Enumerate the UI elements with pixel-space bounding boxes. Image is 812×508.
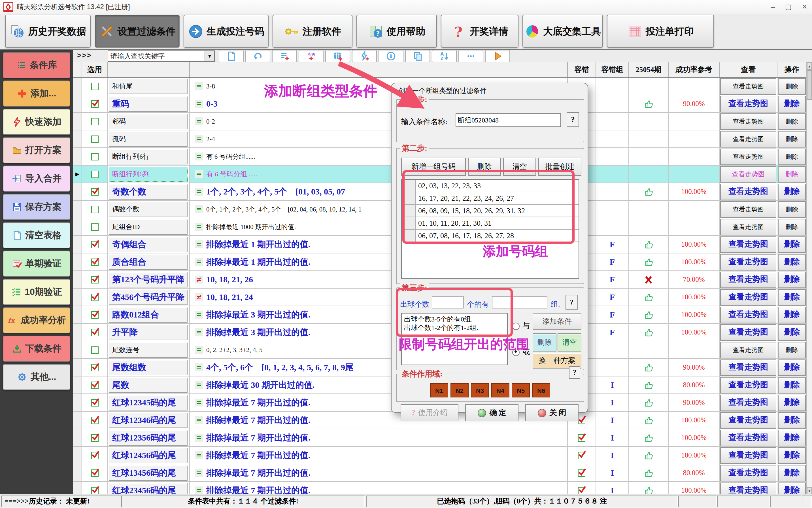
sidebar-item-10[interactable]: fx成功率分析 — [3, 307, 70, 333]
delete-button[interactable]: 删除 — [778, 183, 806, 200]
delete-button[interactable]: 删除 — [778, 271, 806, 288]
layers-icon[interactable] — [405, 50, 430, 62]
toolbar-button-5[interactable]: ?使用帮助 — [356, 15, 437, 48]
radio-or-circle-icon[interactable] — [512, 348, 520, 356]
search-input[interactable] — [108, 51, 205, 61]
view-trend-button[interactable]: 查看走势图 — [720, 342, 776, 358]
formula-cell[interactable]: = 排除掉最近 7 期开出过的值. — [190, 482, 568, 495]
number-groups-list[interactable]: 02, 03, 13, 22, 23, 3316, 17, 20, 21, 22… — [401, 179, 579, 279]
use-checkbox-cell[interactable] — [82, 341, 108, 359]
combo-dropdown-icon[interactable]: ▼ — [205, 51, 214, 61]
use-checkbox-cell[interactable] — [82, 447, 108, 464]
tolerance-checkbox[interactable] — [578, 416, 585, 424]
tolerance-checkbox[interactable] — [578, 452, 585, 459]
number-group-row[interactable]: 01, 10, 11, 20, 21, 30, 31 — [402, 217, 579, 229]
tolerance-checkbox[interactable] — [578, 487, 585, 494]
delete-button[interactable]: 删除 — [778, 465, 806, 481]
scroll-up-icon[interactable]: ▲ — [807, 62, 812, 70]
use-checkbox-cell[interactable] — [82, 78, 108, 95]
row-marker[interactable] — [73, 306, 82, 324]
vertical-scrollbar[interactable]: ▲ ▼ — [806, 62, 812, 495]
view-trend-button[interactable]: 查看走势图 — [720, 465, 776, 481]
sidebar-item-6[interactable]: 保存方案 — [3, 194, 70, 220]
delete-button[interactable]: 删除 — [778, 201, 806, 217]
more-icon[interactable] — [458, 50, 483, 62]
close-button[interactable]: ✕ — [802, 3, 808, 11]
radio-and-circle-icon[interactable] — [512, 322, 520, 330]
close-dialog-button[interactable]: 关 闭 — [525, 404, 579, 421]
view-trend-button[interactable]: 查看走势图 — [720, 254, 776, 270]
delete-button[interactable]: 删除 — [778, 113, 806, 130]
scope-button-n2[interactable]: N2 — [450, 383, 468, 397]
sidebar-item-4[interactable]: 打开方案 — [3, 137, 70, 163]
use-checkbox-cell[interactable] — [82, 324, 108, 341]
view-trend-button[interactable]: 查看走势图 — [720, 377, 776, 393]
condition-name-cell[interactable]: 红球12456码的尾 — [108, 447, 190, 464]
add-list-icon[interactable] — [272, 50, 297, 62]
add-number-group-button[interactable]: 新增一组号码 — [401, 158, 466, 176]
view-trend-button[interactable]: 查看走势图 — [720, 429, 776, 446]
condition-name-cell[interactable]: 奇数个数 — [108, 183, 190, 201]
use-checkbox[interactable] — [91, 487, 98, 494]
condition-name-cell[interactable]: 断组行列6行 — [108, 148, 190, 166]
delete-button[interactable]: 删除 — [778, 289, 806, 305]
view-trend-button[interactable]: 查看走势图 — [720, 412, 776, 428]
view-trend-button[interactable]: 查看走势图 — [720, 113, 776, 130]
use-checkbox-cell[interactable] — [82, 376, 108, 394]
view-trend-button[interactable]: 查看走势图 — [720, 447, 776, 464]
add-condition-button[interactable]: 添加条件 — [533, 313, 581, 330]
delete-button[interactable]: 删除 — [778, 306, 806, 323]
row-marker[interactable] — [73, 78, 82, 95]
condition-name-cell[interactable]: 红球12345码的尾 — [108, 394, 190, 412]
condition-name-cell[interactable]: 尾数组数 — [108, 359, 190, 376]
tolerance-checkbox[interactable] — [578, 434, 585, 441]
condition-name-cell[interactable]: 奇偶组合 — [108, 236, 190, 253]
delete-button[interactable]: 删除 — [778, 166, 806, 182]
delete-button[interactable]: 删除 — [778, 447, 806, 464]
maximize-button[interactable]: ▢ — [785, 3, 792, 11]
condition-name-cell[interactable]: 尾数连号 — [108, 341, 190, 359]
delete-button[interactable]: 删除 — [778, 324, 806, 340]
scope-button-n6[interactable]: N6 — [532, 383, 550, 397]
use-checkbox[interactable] — [91, 434, 98, 441]
use-checkbox[interactable] — [91, 118, 98, 125]
radio-and[interactable]: 与 — [512, 321, 530, 331]
use-checkbox-cell[interactable] — [82, 183, 108, 201]
scroll-down-icon[interactable]: ▼ — [807, 487, 812, 495]
condition-name-cell[interactable]: 红球12346码的尾 — [108, 412, 190, 429]
row-marker[interactable] — [73, 148, 82, 166]
row-marker[interactable] — [73, 341, 82, 359]
view-trend-button[interactable]: 查看走势图 — [720, 359, 776, 376]
number-group-row[interactable]: 06, 08, 09, 15, 18, 20, 26, 29, 31, 32 — [402, 205, 579, 217]
sidebar-item-12[interactable]: 其他... — [3, 364, 70, 390]
view-trend-button[interactable]: 查看走势图 — [720, 289, 776, 305]
clear-groups-button[interactable]: 清空 — [503, 158, 536, 176]
view-trend-button[interactable]: 查看走势图 — [720, 78, 776, 94]
condition-name-cell[interactable]: 路数012组合 — [108, 306, 190, 324]
tolerance-cell[interactable] — [568, 464, 596, 482]
row-marker[interactable] — [73, 429, 82, 447]
condition-name-cell[interactable]: 偶数个数 — [108, 201, 190, 218]
number-group-row[interactable]: 16, 17, 20, 21, 22, 23, 24, 26, 27 — [402, 192, 579, 205]
condition-name-cell[interactable]: 红球13456码的尾 — [108, 464, 190, 482]
new-doc-icon[interactable] — [219, 50, 244, 62]
view-trend-button[interactable]: 查看走势图 — [720, 271, 776, 288]
view-trend-button[interactable]: 查看走势图 — [720, 482, 776, 495]
condition-name-cell[interactable]: 尾组合ID — [108, 218, 190, 236]
use-checkbox-cell[interactable] — [82, 482, 108, 495]
row-marker[interactable]: ▶ — [73, 166, 82, 183]
rules-textarea[interactable]: 出球个数3-5个的有0组. 出球个数1-2个的有1-2组. — [401, 313, 508, 365]
row-marker[interactable] — [73, 482, 82, 495]
sidebar-item-2[interactable]: 添加... — [3, 81, 70, 107]
odd-even-add-icon[interactable]: 奇偶 — [299, 50, 323, 62]
ok-button[interactable]: 确 定 — [465, 404, 518, 421]
delete-button[interactable]: 删除 — [778, 377, 806, 393]
toolbar-button-6[interactable]: ?开奖详情 — [441, 15, 518, 48]
use-checkbox[interactable] — [91, 364, 98, 371]
use-checkbox[interactable] — [91, 206, 98, 213]
use-checkbox[interactable] — [91, 188, 98, 195]
search-combo[interactable]: ▼ — [108, 50, 215, 62]
group-count-input[interactable] — [492, 296, 547, 308]
delete-group-button[interactable]: 删除 — [468, 158, 501, 176]
delete-button[interactable]: 删除 — [778, 236, 806, 253]
